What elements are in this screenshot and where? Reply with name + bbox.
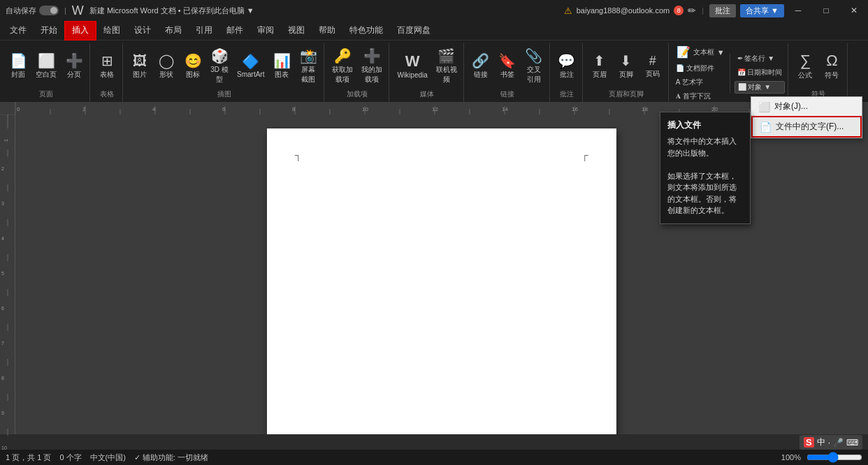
btn-header[interactable]: ⬆ 页眉 — [587, 45, 612, 87]
btn-signature[interactable]: ✒ 签名行 ▼ — [735, 53, 786, 64]
tab-view[interactable]: 视图 — [281, 21, 312, 40]
tab-insert[interactable]: 插入 — [64, 21, 96, 40]
tab-baidu[interactable]: 百度网盘 — [390, 21, 437, 40]
tab-features[interactable]: 特色功能 — [342, 21, 390, 40]
svg-text:14: 14 — [502, 106, 508, 112]
link-icon: 🔗 — [472, 54, 489, 68]
btn-formula[interactable]: ∑ 公式 — [793, 45, 818, 87]
sougou-bar: S 中 · 🎤 ⌨ — [800, 435, 862, 450]
notification-badge: 8 — [674, 6, 683, 15]
btn-comment[interactable]: 💬 批注 — [554, 45, 579, 87]
tab-draw[interactable]: 绘图 — [96, 21, 127, 40]
tab-file[interactable]: 文件 — [3, 21, 34, 40]
tab-layout[interactable]: 布局 — [158, 21, 189, 40]
doc-page: ┐ ┌ — [267, 128, 616, 434]
btn-dropcap[interactable]: 𝐀 首字下沉 — [673, 91, 714, 102]
svg-text:5: 5 — [1, 271, 4, 276]
tab-references[interactable]: 引用 — [189, 21, 219, 40]
page-break-icon: ➕ — [66, 54, 83, 68]
dropdown-item-object[interactable]: ⬜ 对象(J)... — [751, 97, 862, 116]
btn-cover[interactable]: 📄 封面 — [6, 45, 31, 87]
dropdown-filetext-label: 文件中的文字(F)... — [776, 121, 844, 133]
addins-label: 加载项 — [347, 88, 368, 101]
comment-button[interactable]: 批注 — [709, 4, 736, 17]
text-right-col: ✒ 签名行 ▼ 📅 日期和时间 ⬜ 对象 ▼ — [730, 53, 786, 94]
tab-review[interactable]: 审阅 — [250, 21, 281, 40]
btn-chart[interactable]: 📊 图表 — [269, 45, 294, 87]
btn-wikipedia[interactable]: W Wikipedia — [393, 45, 431, 87]
illustrations-label: 插图 — [217, 88, 231, 101]
autosave-toggle[interactable] — [39, 6, 59, 15]
formula-icon: ∑ — [800, 53, 811, 68]
btn-crossref[interactable]: 📎 交叉引用 — [521, 45, 547, 87]
svg-text:9: 9 — [1, 411, 4, 415]
video-icon: 🎬 — [437, 49, 455, 63]
status-right: 100% — [781, 452, 862, 463]
ribbon-group-illustrations: 🖼 图片 ◯ 形状 😊 图标 🎲 3D 模型 🔷 SmartArt — [124, 43, 324, 102]
status-bar: 1 页，共 1 页 0 个字 中文(中国) ✓ 辅助功能: 一切就绪 100% — [0, 450, 868, 465]
dropdown-item-file-text[interactable]: 📄 文件中的文字(F)... — [751, 116, 862, 138]
btn-get-addins[interactable]: 🔑 获取加载项 — [328, 45, 356, 87]
share-button[interactable]: 合共享 ▼ — [740, 4, 784, 17]
picture-icon: 🖼 — [133, 54, 147, 68]
word-count: 0 个字 — [59, 452, 81, 463]
mic-icon[interactable]: 🎤 — [833, 438, 844, 448]
btn-table[interactable]: ⊞ 表格 — [94, 45, 120, 87]
ribbon-group-links: 🔗 链接 🔖 书签 📎 交叉引用 链接 — [465, 43, 550, 102]
btn-online-video[interactable]: 🎬 联机视频 — [433, 45, 461, 87]
btn-bookmark[interactable]: 🔖 书签 — [495, 45, 520, 87]
svg-text:8: 8 — [292, 106, 296, 112]
headerfooter-label: 页眉和页脚 — [609, 88, 644, 101]
tab-help[interactable]: 帮助 — [312, 21, 342, 40]
btn-my-addins[interactable]: ➕ 我的加载项 — [358, 45, 386, 87]
btn-picture[interactable]: 🖼 图片 — [127, 45, 152, 87]
smartart-icon: 🔷 — [242, 54, 259, 68]
language: 中文(中国) — [90, 452, 126, 463]
page-number-icon: # — [649, 54, 656, 67]
btn-blank-page[interactable]: ⬜ 空白页 — [32, 45, 60, 87]
textbox-arrow: ▼ — [717, 48, 725, 57]
my-addins-icon: ➕ — [363, 49, 381, 63]
file-text-icon: 📄 — [760, 121, 772, 133]
svg-text:3: 3 — [1, 201, 4, 206]
tab-mail[interactable]: 邮件 — [219, 21, 250, 40]
zoom-slider[interactable] — [806, 452, 862, 463]
pen-icon[interactable]: ✏ — [688, 5, 696, 16]
close-button[interactable]: ✕ — [840, 0, 868, 21]
restore-button[interactable]: □ — [812, 0, 840, 21]
btn-icons[interactable]: 😊 图标 — [180, 45, 205, 87]
btn-3d[interactable]: 🎲 3D 模型 — [207, 45, 232, 87]
btn-shapes[interactable]: ◯ 形状 — [154, 45, 179, 87]
title-bar: 自动保存 | W 新建 Microsoft Word 文档 • 已保存到此台电脑… — [0, 0, 868, 21]
btn-page-break[interactable]: ➕ 分页 — [62, 45, 87, 87]
ribbon-group-tables: ⊞ 表格 表格 — [92, 43, 123, 102]
symbol-icon: Ω — [826, 53, 837, 68]
tab-design[interactable]: 设计 — [127, 21, 158, 40]
ribbon-tabs: 文件 开始 插入 绘图 设计 布局 引用 邮件 审阅 视图 帮助 特色功能 百度… — [0, 21, 868, 40]
vertical-ruler-svg: 1 2 3 4 5 6 7 8 9 10 — [0, 115, 15, 464]
btn-wordart[interactable]: A 艺术字 — [673, 77, 706, 88]
btn-textbox[interactable]: 📝 文本框 ▼ — [673, 45, 728, 60]
links-label: 链接 — [500, 88, 514, 101]
btn-smartart[interactable]: 🔷 SmartArt — [233, 45, 268, 87]
btn-object[interactable]: ⬜ 对象 ▼ — [735, 81, 786, 94]
tab-home[interactable]: 开始 — [34, 21, 64, 40]
shapes-icon: ◯ — [159, 54, 174, 68]
cover-icon: 📄 — [10, 54, 27, 68]
keyboard-icon[interactable]: ⌨ — [846, 438, 858, 448]
btn-screenshot[interactable]: 📸 屏幕截图 — [296, 45, 321, 87]
crossref-icon: 📎 — [525, 49, 542, 63]
btn-link[interactable]: 🔗 链接 — [468, 45, 493, 87]
btn-footer[interactable]: ⬇ 页脚 — [614, 45, 639, 87]
svg-text:6: 6 — [222, 106, 226, 112]
svg-text:16: 16 — [572, 106, 578, 112]
btn-symbol[interactable]: Ω 符号 — [819, 45, 844, 87]
btn-page-number[interactable]: # 页码 — [640, 45, 665, 87]
minimize-button[interactable]: ─ — [784, 0, 812, 21]
alert-icon: ⚠ — [564, 6, 572, 16]
btn-doc-parts[interactable]: 📄 文档部件 — [673, 63, 717, 74]
dropdown-object-label: 对象(J)... — [774, 101, 808, 112]
bookmark-icon: 🔖 — [498, 54, 516, 68]
btn-datetime[interactable]: 📅 日期和时间 — [735, 67, 786, 78]
ribbon-content: 📄 封面 ⬜ 空白页 ➕ 分页 页面 ⊞ 表格 — [0, 40, 868, 102]
